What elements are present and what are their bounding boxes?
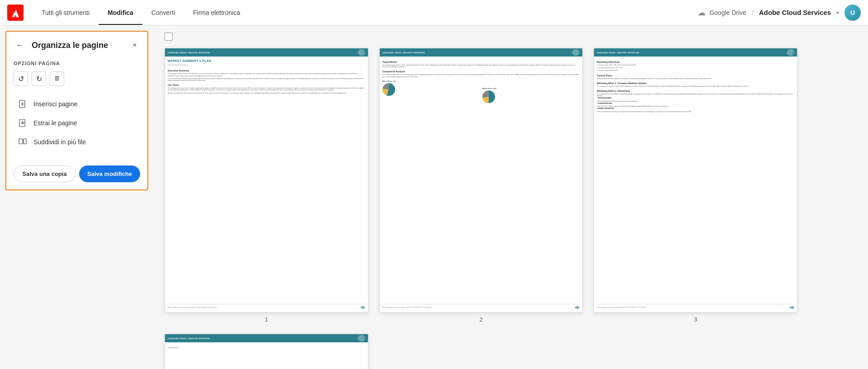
page-number-1: 1 — [265, 316, 268, 323]
suddividi-item[interactable]: Suddividi in più file — [14, 133, 140, 151]
extract-pages-icon — [17, 118, 28, 128]
separator: / — [752, 9, 754, 16]
trash-icon — [53, 75, 61, 82]
nav-tab-firma[interactable]: Firma elettronica — [184, 0, 249, 25]
page-item-1: EUROPEAN TRAVEL: INDUSTRY REPORTING MARK… — [165, 48, 368, 323]
svg-marker-20 — [363, 335, 366, 341]
pdf-header-logo-icon — [357, 49, 366, 56]
page-thumbnail-4[interactable]: EUROPEAN TRAVEL: INDUSTRY REPORTING Cont… — [165, 334, 368, 369]
svg-marker-17 — [793, 49, 795, 56]
undo-button[interactable]: ↺ — [14, 71, 28, 86]
pdf-footer-arrow-2-icon — [574, 306, 580, 309]
user-avatar[interactable]: U — [844, 5, 861, 21]
cloud-icon: ☁ — [698, 8, 706, 18]
suddividi-label: Suddividi in più file — [33, 138, 86, 146]
pdf-header-logo-2-icon — [571, 49, 580, 56]
pdf-footer-arrow-3-icon — [789, 306, 794, 309]
page-item-3: EUROPEAN TRAVEL: INDUSTRY REPORTING Mark… — [594, 48, 797, 323]
page-item-2: EUROPEAN TRAVEL: INDUSTRY REPORTING Targ… — [379, 48, 583, 323]
svg-rect-6 — [19, 119, 25, 127]
toolbar-icons: ↺ ↻ — [14, 71, 140, 86]
page-thumbnail-2[interactable]: EUROPEAN TRAVEL: INDUSTRY REPORTING Targ… — [379, 48, 583, 312]
cloud-drive-info: ☁ Google Drive / Adobe Cloud Services ▾ — [698, 8, 839, 18]
insert-pages-icon — [17, 99, 28, 109]
save-changes-button[interactable]: Salva modifiche — [79, 166, 140, 182]
page-number-3: 3 — [694, 316, 697, 323]
adobe-logo-icon — [7, 5, 24, 21]
redo-button[interactable]: ↻ — [32, 71, 46, 86]
cloud-label: Google Drive — [709, 9, 746, 16]
app-header: Tutti gli strumenti Modifica Converti Fi… — [0, 0, 868, 25]
section-label: OPZIONI PAGINA — [14, 61, 140, 66]
page-item-4-partial: EUROPEAN TRAVEL: INDUSTRY REPORTING Cont… — [165, 334, 368, 369]
pages-content-area[interactable]: EUROPEAN TRAVEL: INDUSTRY REPORTING MARK… — [154, 25, 868, 369]
svg-marker-14 — [578, 49, 580, 56]
sidebar-actions: Salva una copia Salva modifiche — [14, 166, 140, 182]
back-button[interactable]: ← — [14, 39, 26, 52]
header-right: ☁ Google Drive / Adobe Cloud Services ▾ … — [698, 5, 861, 21]
svg-marker-13 — [571, 49, 578, 56]
page-thumbnail-3[interactable]: EUROPEAN TRAVEL: INDUSTRY REPORTING Mark… — [594, 48, 797, 312]
pages-grid: EUROPEAN TRAVEL: INDUSTRY REPORTING MARK… — [165, 48, 797, 323]
nav-tab-tutti[interactable]: Tutti gli strumenti — [33, 0, 99, 25]
inserisci-pagine-item[interactable]: Inserisci pagine — [14, 95, 140, 113]
estrai-pagine-label: Estrai le pagine — [33, 119, 77, 127]
svg-marker-18 — [789, 306, 794, 309]
pages-row-2: EUROPEAN TRAVEL: INDUSTRY REPORTING Cont… — [165, 334, 797, 369]
pdf-header-logo-4-icon — [357, 335, 366, 341]
svg-rect-7 — [19, 139, 23, 144]
select-all-checkbox[interactable] — [165, 33, 173, 41]
svg-marker-15 — [574, 306, 580, 309]
service-name: Adobe Cloud Services — [759, 9, 831, 16]
svg-marker-10 — [357, 49, 363, 56]
main-layout: ← Organizza le pagine × OPZIONI PAGINA ↺… — [0, 25, 868, 369]
estrai-pagine-item[interactable]: Estrai le pagine — [14, 114, 140, 132]
inserisci-pagine-label: Inserisci pagine — [33, 100, 77, 108]
page-number-2: 2 — [479, 316, 482, 323]
svg-rect-8 — [24, 139, 26, 144]
svg-marker-19 — [357, 335, 363, 341]
pdf-footer-arrow-icon — [360, 306, 365, 309]
sidebar-header: ← Organizza le pagine × — [14, 39, 140, 52]
close-button[interactable]: × — [129, 40, 140, 51]
panel-title: Organizza le pagine — [32, 41, 124, 50]
menu-items: Inserisci pagine Estrai le pagine — [14, 95, 140, 151]
svg-marker-16 — [786, 49, 793, 56]
split-files-icon — [17, 137, 28, 147]
svg-marker-11 — [363, 49, 366, 56]
pdf-header-logo-3-icon — [786, 49, 795, 56]
nav-tab-converti[interactable]: Converti — [142, 0, 184, 25]
nav-tab-modifica[interactable]: Modifica — [99, 0, 142, 25]
delete-button[interactable] — [50, 71, 64, 86]
page-thumbnail-1[interactable]: EUROPEAN TRAVEL: INDUSTRY REPORTING MARK… — [165, 48, 368, 312]
dropdown-arrow-icon[interactable]: ▾ — [836, 9, 839, 16]
organize-pages-panel: ← Organizza le pagine × OPZIONI PAGINA ↺… — [5, 31, 148, 190]
main-navigation: Tutti gli strumenti Modifica Converti Fi… — [33, 0, 249, 25]
svg-marker-12 — [360, 306, 365, 309]
select-all-row — [165, 33, 857, 41]
save-copy-button[interactable]: Salva una copia — [14, 166, 75, 182]
